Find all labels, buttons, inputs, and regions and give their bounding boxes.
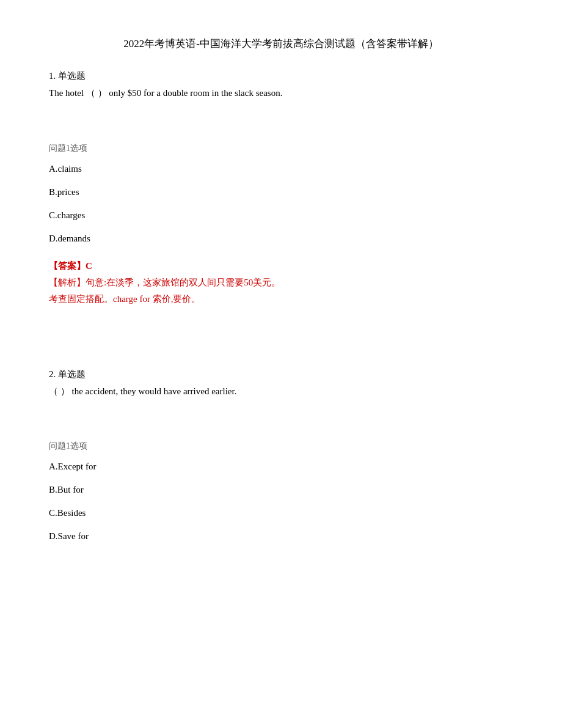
question-1-option-b: B.prices <box>49 185 513 199</box>
question-1-options-label: 问题1选项 <box>49 143 513 154</box>
question-1-option-a: A.claims <box>49 161 513 176</box>
question-1-option-c: C.charges <box>49 208 513 222</box>
question-1-analysis-2: 考查固定搭配。charge for 索价,要价。 <box>49 291 513 307</box>
question-2-options-label: 问题1选项 <box>49 441 513 452</box>
question-1-header: 1. 单选题 <box>49 70 513 82</box>
question-block-2: 2. 单选题 （ ） the accident, they would have… <box>49 369 513 544</box>
question-2-option-a: A.Except for <box>49 459 513 474</box>
question-1-type: 单选题 <box>58 71 86 81</box>
question-2-text: （ ） the accident, they would have arrive… <box>49 384 513 400</box>
question-2-option-b: B.But for <box>49 482 513 497</box>
page-title: 2022年考博英语-中国海洋大学考前拔高综合测试题（含答案带详解） <box>49 37 513 51</box>
question-2-type: 单选题 <box>58 369 86 379</box>
question-2-header: 2. 单选题 <box>49 369 513 380</box>
question-1-analysis-1: 【解析】句意:在淡季，这家旅馆的双人间只需要50美元。 <box>49 274 513 291</box>
question-2-option-d: D.Save for <box>49 529 513 543</box>
question-2-option-c: C.Besides <box>49 506 513 520</box>
question-1-text: The hotel （ ） only $50 for a double room… <box>49 86 513 101</box>
question-1-number: 1 <box>49 71 54 81</box>
question-1-option-d: D.demands <box>49 231 513 246</box>
question-1-answer: 【答案】C <box>49 258 513 274</box>
question-1-answer-block: 【答案】C 【解析】句意:在淡季，这家旅馆的双人间只需要50美元。 考查固定搭配… <box>49 258 513 307</box>
question-block-1: 1. 单选题 The hotel （ ） only $50 for a doub… <box>49 70 513 307</box>
question-2-number: 2 <box>49 369 54 379</box>
